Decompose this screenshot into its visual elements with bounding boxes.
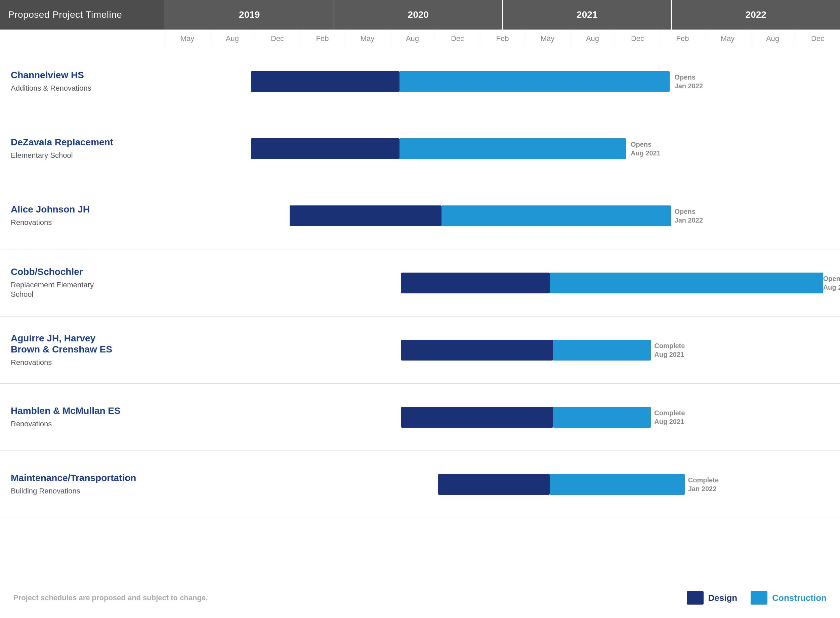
legend-construction: Construction — [751, 591, 827, 605]
page-title: Proposed Project Timeline — [8, 9, 122, 20]
row-label-hamblen: Hamblen & McMullan ESRenovations — [0, 397, 165, 437]
project-name-dezavala: DeZavala Replacement — [11, 137, 156, 148]
bar-status-dezavala: OpensAug 2021 — [631, 140, 661, 157]
legend: Design Construction — [687, 591, 827, 605]
bar-design-hamblen — [401, 407, 553, 428]
month-label: Aug — [210, 30, 255, 48]
footer: Project schedules are proposed and subje… — [0, 578, 840, 618]
gantt-row-hamblen: Hamblen & McMullan ESRenovationsComplete… — [0, 384, 840, 451]
month-label: Dec — [255, 30, 300, 48]
page: Proposed Project Timeline 20192020202120… — [0, 0, 840, 618]
month-label: May — [705, 30, 750, 48]
bar-design-alice — [290, 205, 441, 226]
row-label-aguirre: Aguirre JH, HarveyBrown & Crenshaw ESRen… — [0, 325, 165, 376]
months-spacer — [0, 30, 165, 48]
bar-design-maintenance — [438, 474, 550, 495]
month-label: Feb — [660, 30, 705, 48]
project-sub-cobb: Replacement ElementarySchool — [11, 280, 156, 299]
project-sub-aguirre: Renovations — [11, 358, 156, 368]
legend-design: Design — [687, 591, 737, 605]
header-year-2020: 2020 — [334, 0, 503, 30]
month-label: Aug — [390, 30, 435, 48]
months-area: MayAugDecFebMayAugDecFebMayAugDecFebMayA… — [165, 30, 840, 48]
legend-construction-label: Construction — [772, 593, 827, 603]
bar-status-aguirre: CompleteAug 2021 — [654, 342, 685, 359]
header-row: Proposed Project Timeline 20192020202120… — [0, 0, 840, 30]
bar-construction-aguirre — [553, 340, 651, 361]
project-name-hamblen: Hamblen & McMullan ES — [11, 405, 156, 417]
gantt-body: Channelview HSAdditions & RenovationsOpe… — [0, 48, 840, 578]
header-year-2022: 2022 — [671, 0, 840, 30]
project-sub-maintenance: Building Renovations — [11, 486, 156, 496]
row-label-maintenance: Maintenance/TransportationBuilding Renov… — [0, 464, 165, 504]
legend-design-box — [687, 591, 704, 605]
month-label: May — [525, 30, 570, 48]
month-label: Dec — [795, 30, 840, 48]
gantt-row-channelview: Channelview HSAdditions & RenovationsOpe… — [0, 48, 840, 115]
month-label: Dec — [435, 30, 480, 48]
project-name-alice: Alice Johnson JH — [11, 204, 156, 215]
project-sub-alice: Renovations — [11, 218, 156, 227]
bar-construction-alice — [441, 205, 671, 226]
gantt-row-dezavala: DeZavala ReplacementElementary SchoolOpe… — [0, 115, 840, 182]
month-label: Aug — [570, 30, 615, 48]
legend-construction-box — [751, 591, 767, 605]
row-label-channelview: Channelview HSAdditions & Renovations — [0, 61, 165, 101]
bar-construction-maintenance — [550, 474, 685, 495]
bar-status-hamblen: CompleteAug 2021 — [654, 409, 685, 426]
project-sub-dezavala: Elementary School — [11, 151, 156, 160]
header-year-2019: 2019 — [165, 0, 334, 30]
project-name-aguirre: Aguirre JH, HarveyBrown & Crenshaw ES — [11, 333, 156, 355]
project-sub-hamblen: Renovations — [11, 419, 156, 429]
bar-construction-dezavala — [399, 138, 626, 159]
gantt-row-aguirre: Aguirre JH, HarveyBrown & Crenshaw ESRen… — [0, 316, 840, 384]
month-label: May — [345, 30, 390, 48]
bar-construction-hamblen — [553, 407, 651, 428]
header-year-2021: 2021 — [502, 0, 671, 30]
bar-status-maintenance: CompleteJan 2022 — [688, 476, 719, 493]
month-label: Aug — [750, 30, 795, 48]
gantt-row-cobb: Cobb/SchochlerReplacement ElementaryScho… — [0, 250, 840, 316]
row-label-dezavala: DeZavala ReplacementElementary School — [0, 129, 165, 168]
gantt-row-alice: Alice Johnson JHRenovationsOpensJan 2022 — [0, 182, 840, 250]
bar-construction-cobb — [550, 273, 823, 293]
legend-design-label: Design — [708, 593, 737, 603]
month-label: Dec — [615, 30, 660, 48]
row-label-cobb: Cobb/SchochlerReplacement ElementaryScho… — [0, 258, 165, 308]
month-label: Feb — [480, 30, 525, 48]
header-year-cells: 2019202020212022 — [165, 0, 840, 30]
bar-status-alice: OpensJan 2022 — [675, 207, 703, 224]
gantt-row-maintenance: Maintenance/TransportationBuilding Renov… — [0, 451, 840, 518]
row-label-alice: Alice Johnson JHRenovations — [0, 196, 165, 235]
bar-construction-channelview — [399, 71, 670, 92]
project-sub-channelview: Additions & Renovations — [11, 83, 156, 93]
bar-design-channelview — [251, 71, 399, 92]
months-row: MayAugDecFebMayAugDecFebMayAugDecFebMayA… — [0, 30, 840, 48]
project-name-cobb: Cobb/Schochler — [11, 266, 156, 278]
month-label: Feb — [300, 30, 345, 48]
bar-status-channelview: OpensJan 2022 — [675, 73, 703, 90]
footer-note: Project schedules are proposed and subje… — [13, 593, 208, 602]
project-name-maintenance: Maintenance/Transportation — [11, 472, 156, 484]
bar-design-aguirre — [401, 340, 553, 361]
project-name-channelview: Channelview HS — [11, 70, 156, 81]
bar-design-cobb — [401, 273, 550, 293]
month-label: May — [165, 30, 210, 48]
bar-status-cobb: OpensAug 2022 — [823, 274, 840, 292]
bar-design-dezavala — [251, 138, 399, 159]
header-title-cell: Proposed Project Timeline — [0, 0, 165, 30]
